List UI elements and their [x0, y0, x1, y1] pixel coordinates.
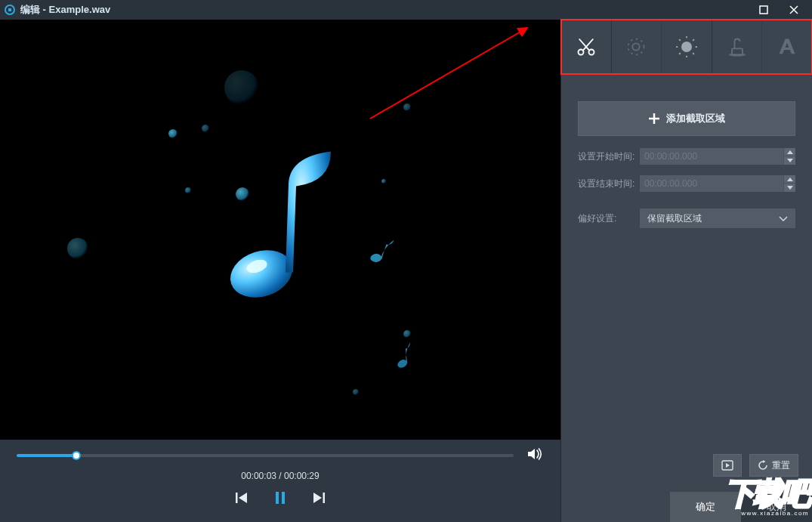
start-time-label: 设置开始时间:: [578, 150, 640, 163]
svg-rect-8: [323, 493, 326, 503]
ok-button[interactable]: 确定: [670, 492, 741, 522]
svg-point-10: [588, 50, 594, 55]
add-region-button[interactable]: 添加截取区域: [578, 101, 795, 136]
svg-point-12: [628, 39, 644, 55]
volume-icon[interactable]: [527, 447, 544, 463]
start-time-input[interactable]: [640, 148, 783, 165]
preview-area: [0, 20, 560, 440]
tool-tabs: [561, 20, 812, 74]
tab-cut[interactable]: [561, 20, 612, 74]
svg-rect-5: [236, 493, 238, 503]
start-time-down[interactable]: [784, 156, 795, 165]
svg-rect-0: [760, 6, 767, 14]
svg-point-3: [370, 253, 382, 262]
end-time-down[interactable]: [784, 184, 795, 192]
tab-adjust[interactable]: [612, 20, 662, 74]
tab-watermark[interactable]: [712, 20, 763, 74]
next-frame-button[interactable]: [313, 493, 325, 503]
seek-slider[interactable]: [17, 454, 514, 457]
end-time-label: 设置结束时间:: [578, 178, 640, 190]
cancel-button[interactable]: 取消: [741, 492, 812, 522]
svg-rect-15: [729, 54, 745, 55]
start-time-up[interactable]: [784, 148, 795, 156]
reset-button[interactable]: 重置: [749, 454, 798, 477]
svg-point-11: [633, 43, 640, 50]
svg-point-9: [578, 50, 583, 55]
time-display: 00:00:03 / 00:00:29: [0, 466, 560, 489]
svg-point-13: [681, 42, 692, 52]
svg-rect-7: [282, 492, 285, 504]
timeline[interactable]: [0, 440, 560, 466]
window-title: 编辑 - Example.wav: [20, 3, 110, 17]
pref-select[interactable]: 保留截取区域: [640, 208, 795, 228]
end-time-up[interactable]: [784, 175, 795, 184]
app-logo-icon: [5, 5, 15, 15]
titlebar: 编辑 - Example.wav: [0, 0, 812, 20]
prev-frame-button[interactable]: [236, 493, 248, 503]
pref-label: 偏好设置:: [578, 212, 640, 225]
close-button[interactable]: [779, 0, 809, 20]
tab-effect[interactable]: [662, 20, 712, 74]
maximize-button[interactable]: [749, 0, 779, 20]
svg-rect-6: [276, 492, 279, 504]
music-note-icon: [224, 146, 337, 314]
pause-button[interactable]: [275, 492, 286, 504]
play-clip-button[interactable]: [713, 454, 742, 477]
end-time-input[interactable]: [640, 175, 783, 192]
annotation-arrow: [370, 27, 528, 119]
tab-text[interactable]: [762, 20, 812, 74]
